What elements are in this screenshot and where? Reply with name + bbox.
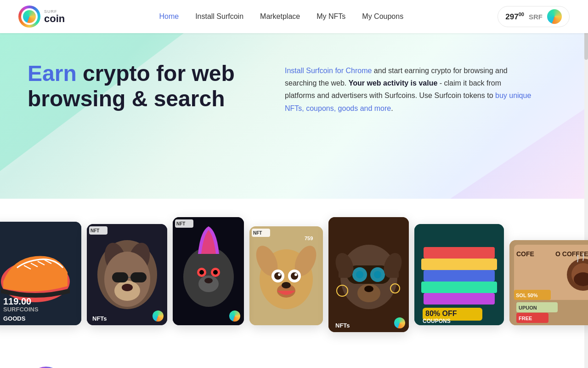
svg-text:NFTs: NFTs: [92, 315, 107, 322]
hero-title-earn: Earn: [28, 61, 77, 86]
svg-rect-78: [421, 282, 497, 293]
card-dog1[interactable]: NFT NFTs: [87, 224, 167, 325]
svg-text:NFTs: NFTs: [335, 322, 350, 329]
svg-text:80% OFF: 80% OFF: [425, 310, 457, 317]
wallet-icon: [547, 9, 562, 24]
cards-container: 25.00 GOODS Hair Cut SURFCOINS: [0, 199, 588, 325]
hero-bold: Your web activity is value: [349, 79, 438, 87]
logo-text: surf coin: [44, 10, 65, 24]
card-shoes[interactable]: SURFCOINS 119.00 GOODS: [0, 222, 81, 325]
svg-text:119.00: 119.00: [3, 296, 31, 306]
svg-point-52: [294, 273, 297, 276]
svg-point-26: [122, 284, 133, 291]
hero-install-link[interactable]: Install Surfcoin for Chrome: [285, 67, 372, 75]
svg-rect-79: [424, 293, 495, 305]
card-punk[interactable]: NFT: [173, 217, 244, 325]
hero-bg-shape-2: [450, 107, 588, 199]
svg-text:FREE: FREE: [519, 316, 532, 321]
wallet-amount: 29700: [505, 12, 524, 22]
hero-title: Earn crypto for web browsing & search: [28, 61, 248, 111]
svg-rect-75: [424, 247, 495, 259]
hero-section: Earn crypto for web browsing & search In…: [0, 33, 588, 199]
card-clothes[interactable]: 80% OFF COUPONS: [414, 224, 504, 325]
card-coffee[interactable]: COFE O COFFEE SOL 50% UPUON FREE: [509, 240, 588, 325]
svg-point-38: [213, 270, 218, 275]
svg-rect-27: [112, 272, 128, 282]
hero-end: .: [391, 104, 393, 112]
nav-marketplace[interactable]: Marketplace: [260, 12, 300, 21]
nav-my-nfts[interactable]: My NFTs: [317, 12, 345, 21]
svg-text:SOL 50%: SOL 50%: [516, 293, 538, 298]
svg-text:759: 759: [305, 236, 313, 241]
nav-my-coupons[interactable]: My Coupons: [362, 12, 403, 21]
svg-point-49: [274, 272, 282, 280]
svg-rect-28: [130, 272, 147, 282]
logo-coin-label: coin: [44, 14, 65, 24]
card-robo[interactable]: NFTs: [328, 217, 409, 332]
wallet-display[interactable]: 29700 SRF: [498, 6, 570, 27]
svg-point-37: [199, 270, 204, 275]
svg-text:SURFCOINS: SURFCOINS: [3, 306, 39, 313]
svg-rect-77: [424, 270, 495, 282]
svg-point-40: [204, 278, 213, 283]
surfcoin-badge-dog1: [153, 310, 164, 322]
hero-description: Install Surfcoin for Chrome and start ea…: [285, 61, 533, 115]
svg-point-70: [364, 286, 373, 292]
svg-point-63: [356, 271, 363, 278]
logo[interactable]: surf coin: [18, 6, 65, 28]
nav-home[interactable]: Home: [159, 12, 179, 21]
marketplace-section: 🛒 Surfcoin Marketplace NFTs | Discount c…: [0, 353, 588, 368]
svg-text:GOODS: GOODS: [3, 315, 26, 322]
svg-text:NFT: NFT: [90, 228, 99, 233]
svg-point-54: [282, 282, 291, 288]
logo-icon: [18, 6, 40, 28]
svg-point-51: [278, 273, 281, 276]
svg-text:COFE: COFE: [516, 250, 534, 258]
svg-text:COUPONS: COUPONS: [423, 318, 451, 324]
svg-point-50: [291, 272, 298, 280]
svg-text:UPUON: UPUON: [519, 305, 537, 310]
card-chihua[interactable]: NFT 759: [249, 226, 323, 325]
showcase-section: 25.00 GOODS Hair Cut SURFCOINS: [0, 199, 588, 353]
nav-install[interactable]: Install Surfcoin: [195, 12, 243, 21]
svg-rect-76: [421, 259, 497, 270]
main-nav: Home Install Surfcoin Marketplace My NFT…: [159, 12, 403, 21]
svg-point-64: [374, 271, 381, 278]
surfcoin-badge-punk: [229, 310, 240, 322]
wallet-currency: SRF: [529, 13, 543, 21]
svg-text:NFT: NFT: [176, 221, 185, 226]
surfcoin-badge-robo: [394, 317, 405, 328]
hero-paragraph: Install Surfcoin for Chrome and start ea…: [285, 64, 533, 115]
hero-title-block: Earn crypto for web browsing & search: [28, 61, 248, 111]
svg-text:NFT: NFT: [253, 230, 262, 236]
